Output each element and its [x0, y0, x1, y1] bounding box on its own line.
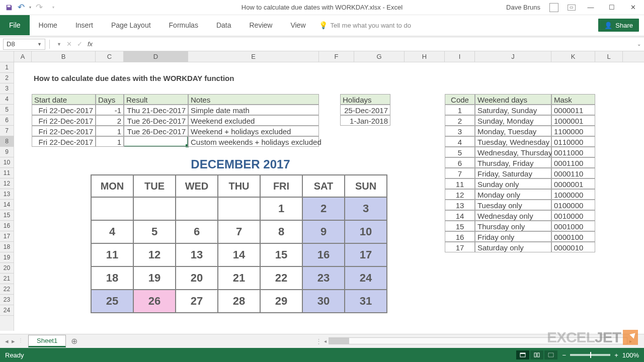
ribbon-options-icon[interactable]: ▭ [568, 5, 576, 11]
cell[interactable]: Monday only [475, 189, 551, 200]
user-name[interactable]: Dave Bruns [506, 4, 540, 11]
row-header-9[interactable]: 9 [0, 147, 14, 157]
cell[interactable]: 0110000 [551, 136, 595, 147]
cell[interactable]: Weekend + holidays excluded [188, 126, 319, 136]
enter-icon[interactable]: ✓ [77, 40, 83, 48]
row-header-11[interactable]: 11 [0, 168, 14, 178]
tab-nav-first-icon[interactable]: ◂ [5, 337, 9, 345]
cell[interactable]: 1000000 [551, 189, 595, 200]
cell[interactable]: 2 [445, 115, 475, 126]
col-header-G[interactable]: G [354, 51, 405, 62]
select-all-button[interactable] [0, 51, 14, 62]
col-header-H[interactable]: H [405, 51, 445, 62]
col-header-A[interactable]: A [14, 51, 32, 62]
cell[interactable]: 0100000 [551, 200, 595, 210]
view-page-break-icon[interactable] [544, 350, 557, 359]
file-tab[interactable]: File [0, 15, 30, 35]
row-header-8[interactable]: 8 [0, 136, 14, 147]
row-header-15[interactable]: 15 [0, 210, 14, 221]
tell-me-input[interactable]: 💡Tell me what you want to do [319, 21, 411, 29]
expand-formula-bar-icon[interactable]: ⌄ [634, 41, 644, 47]
col-header-C[interactable]: C [96, 51, 124, 62]
add-sheet-button[interactable]: ⊕ [71, 336, 77, 346]
cell[interactable]: Holidays [340, 94, 390, 105]
cell[interactable]: Friday, Saturday [475, 168, 551, 178]
row-header-19[interactable]: 19 [0, 252, 14, 263]
col-header-F[interactable]: F [319, 51, 354, 62]
row-header-20[interactable]: 20 [0, 263, 14, 274]
cell[interactable]: Notes [188, 94, 319, 105]
cell[interactable]: 1 [96, 136, 124, 147]
tab-home[interactable]: Home [30, 21, 66, 29]
cell[interactable]: 1000001 [551, 115, 595, 126]
share-button[interactable]: 👤Share [598, 19, 639, 32]
row-header-24[interactable]: 24 [0, 305, 14, 316]
functions-dropdown-icon[interactable]: ▼ [57, 42, 61, 47]
close-icon[interactable]: ✕ [627, 4, 639, 11]
maximize-icon[interactable]: ☐ [606, 4, 618, 11]
cell[interactable]: 0000100 [551, 231, 595, 242]
cell[interactable]: 0010000 [551, 210, 595, 221]
tab-data[interactable]: Data [207, 21, 240, 29]
row-header-12[interactable]: 12 [0, 178, 14, 189]
undo-icon[interactable]: ↶ [17, 4, 25, 12]
row-header-16[interactable]: 16 [0, 221, 14, 231]
cell[interactable]: 0000110 [551, 168, 595, 178]
view-normal-icon[interactable] [516, 350, 529, 359]
formula-input[interactable] [97, 39, 634, 50]
tab-review[interactable]: Review [240, 21, 282, 29]
cell[interactable]: Code [445, 94, 475, 105]
cell[interactable]: Thu 21-Dec-2017 [124, 105, 188, 115]
cancel-icon[interactable]: ✕ [66, 40, 72, 48]
row-header-17[interactable]: 17 [0, 231, 14, 242]
cell[interactable]: Sunday, Monday [475, 115, 551, 126]
cell[interactable]: Monday, Tuesday [475, 126, 551, 136]
tab-insert[interactable]: Insert [66, 21, 102, 29]
cell[interactable]: 5 [445, 147, 475, 157]
cell[interactable]: Fri 22-Dec-2017 [32, 136, 96, 147]
cell[interactable]: Thursday only [475, 221, 551, 231]
cell[interactable]: Fri 22-Dec-2017 [32, 105, 96, 115]
col-header-B[interactable]: B [32, 51, 96, 62]
cell[interactable]: Tue 26-Dec-2017 [124, 115, 188, 126]
cell[interactable]: Weekend excluded [188, 115, 319, 126]
cell[interactable]: 1100000 [551, 126, 595, 136]
zoom-in-button[interactable]: + [614, 351, 618, 359]
chevron-down-icon[interactable]: ▼ [37, 42, 42, 47]
row-header-3[interactable]: 3 [0, 83, 14, 94]
cell[interactable]: 11 [445, 178, 475, 189]
cell[interactable]: Custom weekends + holidays excluded [188, 136, 319, 147]
row-header-18[interactable]: 18 [0, 242, 14, 252]
cell[interactable]: Result [124, 94, 188, 105]
cell[interactable] [124, 136, 188, 147]
view-page-layout-icon[interactable] [530, 350, 543, 359]
row-header-1[interactable]: 1 [0, 62, 14, 73]
zoom-out-button[interactable]: − [562, 351, 567, 359]
cell[interactable]: 12 [445, 189, 475, 200]
row-header-4[interactable]: 4 [0, 94, 14, 105]
tab-nav-last-icon[interactable]: ▸ [12, 337, 15, 345]
col-header-L[interactable]: L [595, 51, 623, 62]
tab-page-layout[interactable]: Page Layout [102, 21, 160, 29]
cell[interactable]: Days [96, 94, 124, 105]
redo-icon[interactable]: ↷ [35, 4, 43, 12]
cell[interactable]: 0001100 [551, 157, 595, 168]
zoom-slider[interactable] [570, 354, 610, 356]
cell[interactable]: 0001000 [551, 221, 595, 231]
cell[interactable]: 1 [96, 126, 124, 136]
cell[interactable]: 1-Jan-2018 [340, 115, 390, 126]
cell[interactable]: Simple date math [188, 105, 319, 115]
cell[interactable]: 17 [445, 242, 475, 252]
cell[interactable]: Fri 22-Dec-2017 [32, 115, 96, 126]
cell[interactable]: 3 [445, 126, 475, 136]
cell[interactable]: 14 [445, 210, 475, 221]
cell[interactable]: 7 [445, 168, 475, 178]
row-header-14[interactable]: 14 [0, 200, 14, 210]
cell[interactable]: 13 [445, 200, 475, 210]
col-header-K[interactable]: K [551, 51, 595, 62]
tab-formulas[interactable]: Formulas [160, 21, 207, 29]
cell[interactable]: 0000010 [551, 242, 595, 252]
col-header-E[interactable]: E [188, 51, 319, 62]
cell[interactable]: 25-Dec-2017 [340, 105, 390, 115]
cell[interactable]: 16 [445, 231, 475, 242]
